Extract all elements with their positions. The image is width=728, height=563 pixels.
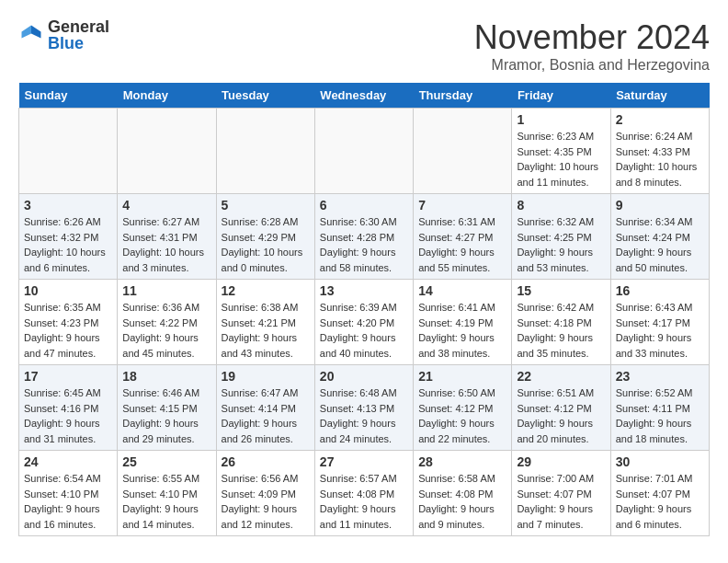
calendar-cell: 14Sunrise: 6:41 AM Sunset: 4:19 PM Dayli… xyxy=(414,280,512,365)
svg-marker-1 xyxy=(22,26,32,39)
day-number: 19 xyxy=(222,369,310,384)
day-info: Sunrise: 6:56 AM Sunset: 4:09 PM Dayligh… xyxy=(222,471,310,532)
day-number: 27 xyxy=(320,454,408,469)
day-info: Sunrise: 6:52 AM Sunset: 4:11 PM Dayligh… xyxy=(616,385,704,446)
day-info: Sunrise: 6:39 AM Sunset: 4:20 PM Dayligh… xyxy=(320,300,408,361)
calendar-cell: 12Sunrise: 6:38 AM Sunset: 4:21 PM Dayli… xyxy=(216,280,314,365)
calendar-cell: 30Sunrise: 7:01 AM Sunset: 4:07 PM Dayli… xyxy=(610,451,709,536)
day-number: 13 xyxy=(320,283,408,298)
day-info: Sunrise: 6:45 AM Sunset: 4:16 PM Dayligh… xyxy=(24,385,112,446)
calendar-week-row: 1Sunrise: 6:23 AM Sunset: 4:35 PM Daylig… xyxy=(19,109,710,194)
day-number: 5 xyxy=(222,198,310,213)
day-number: 17 xyxy=(24,369,112,384)
day-number: 15 xyxy=(517,283,605,298)
header-tuesday: Tuesday xyxy=(216,83,314,109)
day-number: 1 xyxy=(517,112,605,127)
calendar-cell: 6Sunrise: 6:30 AM Sunset: 4:28 PM Daylig… xyxy=(314,194,413,280)
day-info: Sunrise: 6:42 AM Sunset: 4:18 PM Dayligh… xyxy=(517,300,605,361)
day-info: Sunrise: 6:51 AM Sunset: 4:12 PM Dayligh… xyxy=(517,385,605,446)
calendar-cell: 15Sunrise: 6:42 AM Sunset: 4:18 PM Dayli… xyxy=(512,280,610,365)
calendar-cell: 23Sunrise: 6:52 AM Sunset: 4:11 PM Dayli… xyxy=(610,365,709,451)
day-info: Sunrise: 6:55 AM Sunset: 4:10 PM Dayligh… xyxy=(122,471,210,532)
header-wednesday: Wednesday xyxy=(314,83,413,109)
day-info: Sunrise: 6:28 AM Sunset: 4:29 PM Dayligh… xyxy=(222,214,310,275)
logo-blue-text: Blue xyxy=(48,35,109,52)
logo-general-text: General xyxy=(48,18,109,35)
day-number: 25 xyxy=(122,454,210,469)
calendar-cell: 8Sunrise: 6:32 AM Sunset: 4:25 PM Daylig… xyxy=(512,194,610,280)
day-info: Sunrise: 6:46 AM Sunset: 4:15 PM Dayligh… xyxy=(122,385,210,446)
day-info: Sunrise: 6:38 AM Sunset: 4:21 PM Dayligh… xyxy=(222,300,310,361)
day-number: 16 xyxy=(616,283,704,298)
calendar-cell: 17Sunrise: 6:45 AM Sunset: 4:16 PM Dayli… xyxy=(19,365,118,451)
calendar-week-row: 17Sunrise: 6:45 AM Sunset: 4:16 PM Dayli… xyxy=(19,365,710,451)
day-info: Sunrise: 7:00 AM Sunset: 4:07 PM Dayligh… xyxy=(517,471,605,532)
day-info: Sunrise: 6:26 AM Sunset: 4:32 PM Dayligh… xyxy=(24,214,112,275)
calendar-cell: 27Sunrise: 6:57 AM Sunset: 4:08 PM Dayli… xyxy=(314,451,413,536)
day-number: 26 xyxy=(222,454,310,469)
day-number: 14 xyxy=(418,283,506,298)
calendar-cell: 1Sunrise: 6:23 AM Sunset: 4:35 PM Daylig… xyxy=(512,109,610,194)
calendar-table: SundayMondayTuesdayWednesdayThursdayFrid… xyxy=(18,83,710,536)
day-number: 3 xyxy=(24,198,112,213)
calendar-cell: 19Sunrise: 6:47 AM Sunset: 4:14 PM Dayli… xyxy=(216,365,314,451)
calendar-cell: 5Sunrise: 6:28 AM Sunset: 4:29 PM Daylig… xyxy=(216,194,314,280)
day-number: 10 xyxy=(24,283,112,298)
logo: General Blue xyxy=(18,18,109,52)
day-info: Sunrise: 7:01 AM Sunset: 4:07 PM Dayligh… xyxy=(616,471,704,532)
calendar-week-row: 3Sunrise: 6:26 AM Sunset: 4:32 PM Daylig… xyxy=(19,194,710,280)
day-number: 22 xyxy=(517,369,605,384)
day-info: Sunrise: 6:34 AM Sunset: 4:24 PM Dayligh… xyxy=(616,214,704,275)
day-info: Sunrise: 6:58 AM Sunset: 4:08 PM Dayligh… xyxy=(418,471,506,532)
calendar-cell: 28Sunrise: 6:58 AM Sunset: 4:08 PM Dayli… xyxy=(414,451,512,536)
calendar-cell: 11Sunrise: 6:36 AM Sunset: 4:22 PM Dayli… xyxy=(118,280,216,365)
day-info: Sunrise: 6:41 AM Sunset: 4:19 PM Dayligh… xyxy=(418,300,506,361)
day-number: 23 xyxy=(616,369,704,384)
day-info: Sunrise: 6:43 AM Sunset: 4:17 PM Dayligh… xyxy=(616,300,704,361)
day-info: Sunrise: 6:54 AM Sunset: 4:10 PM Dayligh… xyxy=(24,471,112,532)
day-info: Sunrise: 6:57 AM Sunset: 4:08 PM Dayligh… xyxy=(320,471,408,532)
calendar-cell xyxy=(414,109,512,194)
title-area: November 2024 Mramor, Bosnia and Herzego… xyxy=(474,18,710,74)
header-sunday: Sunday xyxy=(19,83,118,109)
calendar-cell: 24Sunrise: 6:54 AM Sunset: 4:10 PM Dayli… xyxy=(19,451,118,536)
day-number: 8 xyxy=(517,198,605,213)
day-info: Sunrise: 6:36 AM Sunset: 4:22 PM Dayligh… xyxy=(122,300,210,361)
calendar-cell: 3Sunrise: 6:26 AM Sunset: 4:32 PM Daylig… xyxy=(19,194,118,280)
calendar-cell xyxy=(19,109,118,194)
calendar-cell: 2Sunrise: 6:24 AM Sunset: 4:33 PM Daylig… xyxy=(610,109,709,194)
calendar-week-row: 24Sunrise: 6:54 AM Sunset: 4:10 PM Dayli… xyxy=(19,451,710,536)
calendar-cell: 22Sunrise: 6:51 AM Sunset: 4:12 PM Dayli… xyxy=(512,365,610,451)
header-saturday: Saturday xyxy=(610,83,709,109)
calendar-cell: 13Sunrise: 6:39 AM Sunset: 4:20 PM Dayli… xyxy=(314,280,413,365)
day-number: 30 xyxy=(616,454,704,469)
logo-icon xyxy=(18,22,44,48)
day-number: 24 xyxy=(24,454,112,469)
day-info: Sunrise: 6:24 AM Sunset: 4:33 PM Dayligh… xyxy=(616,129,704,190)
calendar-cell: 9Sunrise: 6:34 AM Sunset: 4:24 PM Daylig… xyxy=(610,194,709,280)
location: Mramor, Bosnia and Herzegovina xyxy=(474,57,710,74)
calendar-cell xyxy=(314,109,413,194)
header-friday: Friday xyxy=(512,83,610,109)
calendar-cell xyxy=(216,109,314,194)
page-header: General Blue November 2024 Mramor, Bosni… xyxy=(18,18,710,74)
day-number: 9 xyxy=(616,198,704,213)
calendar-week-row: 10Sunrise: 6:35 AM Sunset: 4:23 PM Dayli… xyxy=(19,280,710,365)
day-info: Sunrise: 6:27 AM Sunset: 4:31 PM Dayligh… xyxy=(122,214,210,275)
day-number: 20 xyxy=(320,369,408,384)
svg-marker-0 xyxy=(31,26,41,39)
day-number: 12 xyxy=(222,283,310,298)
day-number: 29 xyxy=(517,454,605,469)
day-info: Sunrise: 6:30 AM Sunset: 4:28 PM Dayligh… xyxy=(320,214,408,275)
calendar-cell: 7Sunrise: 6:31 AM Sunset: 4:27 PM Daylig… xyxy=(414,194,512,280)
day-number: 28 xyxy=(418,454,506,469)
day-info: Sunrise: 6:31 AM Sunset: 4:27 PM Dayligh… xyxy=(418,214,506,275)
calendar-cell: 10Sunrise: 6:35 AM Sunset: 4:23 PM Dayli… xyxy=(19,280,118,365)
day-number: 7 xyxy=(418,198,506,213)
calendar-cell: 20Sunrise: 6:48 AM Sunset: 4:13 PM Dayli… xyxy=(314,365,413,451)
day-info: Sunrise: 6:32 AM Sunset: 4:25 PM Dayligh… xyxy=(517,214,605,275)
header-monday: Monday xyxy=(118,83,216,109)
day-number: 4 xyxy=(122,198,210,213)
calendar-cell: 16Sunrise: 6:43 AM Sunset: 4:17 PM Dayli… xyxy=(610,280,709,365)
day-info: Sunrise: 6:48 AM Sunset: 4:13 PM Dayligh… xyxy=(320,385,408,446)
